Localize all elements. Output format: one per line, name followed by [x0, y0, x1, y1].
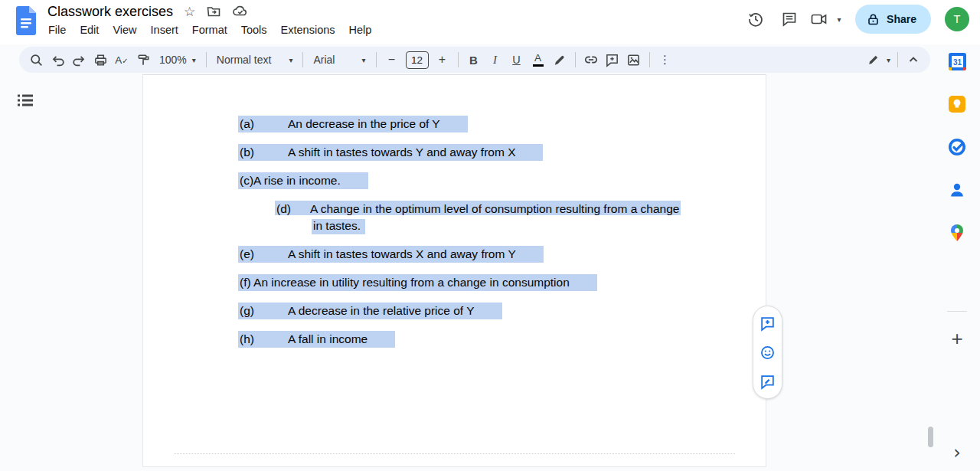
italic-button[interactable]: I — [485, 49, 506, 70]
bold-icon: B — [469, 54, 478, 67]
lock-icon — [867, 13, 880, 26]
redo-icon — [72, 53, 87, 67]
contacts-icon — [949, 182, 965, 198]
spell-check-button[interactable]: A✓ — [111, 49, 132, 70]
document-title[interactable]: Classwork exercises — [47, 2, 173, 21]
google-tasks-icon — [948, 138, 966, 156]
menu-insert[interactable]: Insert — [144, 21, 185, 38]
more-toolbar-options-button[interactable]: ⋮ — [655, 49, 676, 70]
version-history-button[interactable] — [739, 4, 773, 34]
text-color-button[interactable]: A — [528, 49, 549, 70]
undo-icon — [51, 53, 65, 67]
redo-button[interactable] — [68, 49, 90, 70]
font-size-input[interactable]: 12 — [406, 51, 429, 69]
highlight-color-button[interactable] — [549, 49, 570, 70]
font-select[interactable]: Arial ▾ — [308, 54, 371, 66]
toolbar-divider — [302, 52, 303, 67]
toolbar-divider — [649, 52, 650, 67]
hide-menus-button[interactable] — [903, 49, 924, 70]
zoom-value: 100% — [159, 54, 187, 66]
google-docs-logo-icon[interactable] — [15, 5, 38, 36]
sidebar-item-calendar[interactable]: 31 — [942, 46, 972, 77]
add-comment-button[interactable] — [759, 314, 777, 332]
search-menus-button[interactable] — [25, 49, 47, 70]
underline-button[interactable]: U — [506, 49, 528, 70]
video-call-icon — [810, 11, 828, 28]
toolbar-divider — [575, 52, 576, 67]
toolbar-divider — [458, 52, 459, 67]
hide-side-panel-button[interactable]: › — [942, 437, 972, 468]
paint-format-button[interactable] — [132, 49, 154, 70]
comment-icon — [781, 11, 798, 28]
decrease-font-size-button[interactable]: − — [381, 49, 403, 70]
doc-line-a[interactable]: (a)An decrease in the price of Y — [238, 116, 743, 132]
menu-file[interactable]: File — [41, 21, 73, 38]
sidebar-item-contacts[interactable] — [942, 175, 972, 205]
sidebar-item-maps[interactable] — [942, 218, 972, 248]
chevron-right-icon: › — [953, 443, 961, 462]
doc-line-h[interactable]: (h)A fall in income — [238, 331, 743, 348]
outline-icon — [17, 93, 37, 108]
document-page[interactable]: (a)An decrease in the price of Y (b)A sh… — [142, 74, 766, 467]
spell-check-icon: A✓ — [115, 54, 128, 66]
menu-edit[interactable]: Edit — [73, 21, 106, 38]
insert-image-button[interactable] — [623, 49, 645, 70]
doc-line-f[interactable]: (f) An increase in utility resulting fro… — [238, 274, 743, 291]
chevron-down-icon: ▾ — [361, 56, 365, 64]
suggest-edits-button[interactable] — [759, 372, 777, 391]
get-addons-button[interactable]: + — [942, 323, 972, 354]
doc-line-d[interactable]: (d)A change in the optimum level of cons… — [238, 201, 743, 234]
print-icon — [93, 53, 108, 67]
paint-roller-icon — [136, 53, 151, 67]
increase-font-size-button[interactable]: + — [432, 49, 453, 70]
menu-extensions[interactable]: Extensions — [274, 21, 342, 38]
toolbar-divider — [897, 52, 898, 67]
vertical-scrollbar-thumb[interactable] — [928, 427, 933, 447]
undo-button[interactable] — [47, 49, 68, 70]
bold-button[interactable]: B — [463, 49, 485, 70]
open-comments-button[interactable] — [773, 4, 806, 34]
account-avatar[interactable]: T — [945, 7, 969, 31]
menu-tools[interactable]: Tools — [234, 21, 274, 38]
doc-line-e[interactable]: (e)A shift in tastes towards X and away … — [238, 246, 743, 263]
sidebar-item-keep[interactable] — [942, 89, 972, 119]
doc-line-g[interactable]: (g)A decrease in the relative price of Y — [238, 303, 743, 319]
floating-action-pill — [753, 306, 782, 399]
pencil-icon — [867, 53, 880, 67]
link-icon — [583, 52, 599, 67]
google-calendar-icon: 31 — [948, 52, 967, 71]
share-button-label: Share — [887, 13, 916, 25]
paragraph-style-select[interactable]: Normal text ▾ — [211, 54, 299, 66]
emoji-smile-icon — [760, 345, 776, 361]
menu-format[interactable]: Format — [185, 21, 234, 38]
join-meet-button[interactable] — [806, 4, 832, 34]
doc-line-b[interactable]: (b)A shift in tastes towards Y and away … — [238, 144, 743, 161]
insert-link-button[interactable] — [580, 49, 602, 70]
more-vertical-icon: ⋮ — [659, 53, 671, 67]
insert-comment-button[interactable] — [602, 49, 623, 70]
minus-icon: − — [388, 53, 395, 67]
move-folder-icon[interactable] — [206, 4, 221, 19]
zoom-select[interactable]: 100% ▾ — [154, 54, 201, 66]
menu-view[interactable]: View — [106, 21, 143, 38]
highlighter-icon — [552, 53, 567, 67]
side-panel: 31 — [934, 44, 980, 471]
document-text[interactable]: (a)An decrease in the price of Y (b)A sh… — [238, 116, 743, 359]
sidebar-item-tasks[interactable] — [942, 132, 972, 162]
star-icon[interactable]: ☆ — [184, 5, 195, 18]
image-icon — [626, 53, 641, 67]
page-bottom-margin-indicator — [174, 453, 735, 454]
menu-help[interactable]: Help — [342, 21, 379, 38]
share-button[interactable]: Share — [855, 5, 931, 34]
menu-bar: File Edit View Insert Format Tools Exten… — [41, 21, 378, 38]
doc-line-c[interactable]: (c)A rise in income. — [238, 172, 743, 189]
plus-icon: + — [951, 329, 962, 348]
history-icon — [747, 11, 764, 28]
meet-dropdown-button[interactable]: ▾ — [832, 4, 846, 34]
print-button[interactable] — [90, 49, 111, 70]
show-outline-button[interactable] — [17, 90, 37, 110]
add-emoji-reaction-button[interactable] — [759, 343, 777, 361]
editing-mode-button[interactable]: ▾ — [864, 49, 893, 70]
google-keep-icon — [948, 95, 966, 113]
cloud-saved-icon[interactable] — [232, 4, 249, 19]
